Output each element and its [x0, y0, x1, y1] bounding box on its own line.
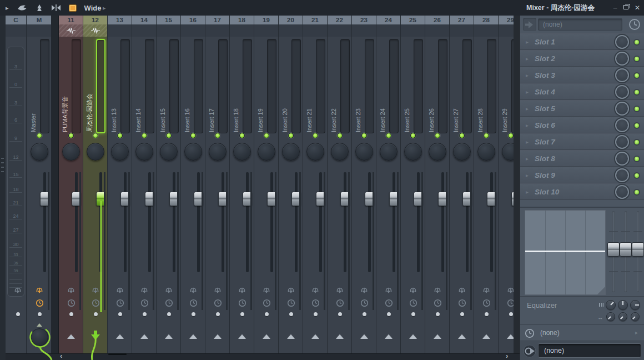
pan-knob[interactable] — [282, 143, 300, 161]
mixer-track[interactable]: 19 Insert 19 — [254, 16, 279, 360]
track-body[interactable]: PUMA背景音 — [59, 37, 83, 353]
track-number[interactable]: 19 — [254, 16, 278, 24]
route-from-arrow[interactable] — [91, 331, 100, 341]
slot-enable-led[interactable] — [633, 89, 640, 96]
pan-knob[interactable] — [87, 143, 104, 161]
link-dot[interactable] — [485, 312, 489, 316]
track-header[interactable] — [254, 24, 278, 37]
plugin-delay-icon[interactable] — [482, 299, 491, 307]
slot-mix-knob[interactable] — [615, 102, 629, 116]
track-body[interactable]: Insert 14 — [132, 37, 156, 353]
eq-width-knob-2[interactable] — [618, 312, 627, 321]
track-number[interactable]: 23 — [352, 16, 376, 24]
eq-freq-knob-2[interactable] — [618, 300, 628, 310]
mixer-track[interactable]: 13 Insert 13 — [108, 16, 132, 360]
route-to-arrow[interactable] — [189, 334, 197, 339]
audio-output-selector[interactable]: (none) — [538, 343, 641, 358]
route-to-arrow[interactable] — [458, 334, 466, 339]
plugin-delay-icon[interactable] — [165, 299, 173, 307]
route-to-arrow[interactable] — [360, 334, 368, 339]
fader-track[interactable] — [148, 172, 151, 272]
track-number[interactable]: 22 — [328, 16, 351, 24]
pan-knob[interactable] — [429, 143, 446, 161]
audio-output-icon[interactable] — [523, 344, 537, 358]
slot-enable-led[interactable] — [633, 156, 640, 162]
track-header[interactable] — [27, 24, 51, 37]
pan-knob[interactable] — [380, 143, 398, 161]
audio-input-selector[interactable]: (none) — [538, 18, 622, 31]
record-arm-icon[interactable] — [189, 286, 197, 296]
plugin-delay-icon[interactable] — [434, 299, 442, 307]
track-body[interactable]: Insert 23 — [352, 37, 376, 353]
route-to-arrow[interactable] — [336, 334, 344, 339]
pan-knob[interactable] — [31, 143, 48, 161]
plugin-delay-icon[interactable] — [67, 299, 76, 307]
pan-knob[interactable] — [209, 143, 227, 161]
fader-track[interactable] — [295, 172, 298, 272]
record-arm-icon[interactable] — [92, 286, 99, 296]
link-dot[interactable] — [16, 312, 20, 316]
track-enable-led[interactable] — [142, 133, 147, 138]
plugin-delay-icon[interactable] — [189, 299, 198, 307]
plugin-delay-icon[interactable] — [385, 299, 393, 307]
record-arm-icon[interactable] — [165, 286, 173, 296]
track-header[interactable] — [205, 24, 229, 37]
track-color-swatch[interactable] — [69, 4, 77, 12]
slot-enable-led[interactable] — [633, 122, 640, 129]
mixer-track[interactable]: 17 Insert 17 — [205, 16, 230, 360]
mixer-track[interactable]: M Master — [27, 16, 52, 360]
route-to-arrow[interactable] — [263, 334, 270, 339]
slot-arrow-icon[interactable]: ▸ — [526, 151, 529, 167]
pan-knob[interactable] — [306, 143, 324, 161]
track-number[interactable]: 11 — [59, 16, 83, 24]
track-body[interactable]: Insert 22 — [328, 37, 351, 353]
route-to-arrow[interactable] — [116, 334, 124, 339]
plugin-delay-icon[interactable] — [92, 299, 100, 307]
track-enable-led[interactable] — [117, 133, 123, 138]
record-arm-icon[interactable] — [238, 286, 246, 296]
mixer-track[interactable]: 23 Insert 23 — [352, 16, 376, 360]
track-number[interactable]: 26 — [425, 16, 449, 24]
pan-knob[interactable] — [184, 143, 202, 161]
track-number[interactable]: 15 — [157, 16, 180, 24]
track-enable-led[interactable] — [410, 133, 416, 138]
track-body[interactable]: Insert 28 — [474, 37, 498, 353]
route-to-arrow[interactable] — [238, 334, 246, 339]
track-number[interactable]: M — [27, 16, 51, 24]
pan-knob[interactable] — [355, 143, 373, 161]
slot-enable-led[interactable] — [633, 39, 640, 46]
track-header[interactable] — [157, 24, 180, 37]
track-enable-led[interactable] — [264, 133, 269, 138]
track-header[interactable] — [474, 24, 498, 37]
fader-track[interactable] — [75, 172, 78, 272]
track-enable-led[interactable] — [484, 133, 489, 138]
route-to-arrow[interactable] — [67, 334, 75, 339]
effect-slot[interactable]: ▸ Slot 5 — [520, 100, 644, 117]
plugin-delay-icon[interactable] — [238, 299, 246, 307]
send-switch-arrow[interactable] — [37, 323, 42, 327]
route-to-arrow[interactable] — [311, 334, 319, 339]
plugin-delay-icon[interactable] — [263, 299, 271, 307]
track-enable-led[interactable] — [361, 133, 367, 138]
track-enable-led[interactable] — [337, 133, 343, 138]
track-enable-led[interactable] — [215, 133, 220, 138]
slot-mix-knob[interactable] — [615, 168, 629, 182]
track-enable-led[interactable] — [288, 133, 294, 138]
pan-knob[interactable] — [111, 143, 129, 161]
mixer-track[interactable]: 15 Insert 15 — [157, 16, 181, 360]
track-number[interactable]: 25 — [401, 16, 425, 24]
slot-arrow-icon[interactable]: ▸ — [526, 34, 529, 50]
pan-knob[interactable] — [404, 143, 422, 161]
track-body[interactable]: Master — [27, 37, 51, 353]
route-to-arrow[interactable] — [214, 334, 222, 339]
pan-knob[interactable] — [233, 143, 251, 161]
eq-width-knob-1[interactable] — [606, 312, 615, 321]
mixer-track[interactable]: 26 Insert 26 — [425, 16, 450, 360]
effect-slot[interactable]: ▸ Slot 4 — [520, 83, 644, 100]
track-body[interactable]: Insert 16 — [181, 37, 205, 353]
pan-knob[interactable] — [160, 143, 178, 161]
record-arm-icon[interactable] — [409, 286, 417, 296]
plugin-delay-icon[interactable] — [336, 299, 344, 307]
fader-track[interactable] — [197, 172, 200, 272]
link-dot[interactable] — [314, 312, 318, 316]
